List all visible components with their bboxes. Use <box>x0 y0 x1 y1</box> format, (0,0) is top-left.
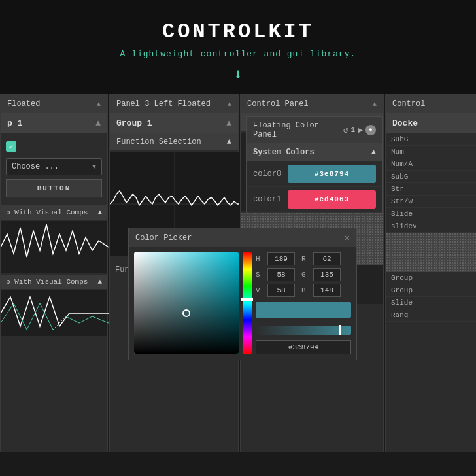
alpha-bar[interactable] <box>256 326 351 335</box>
r-input[interactable]: 62 <box>313 252 341 265</box>
cp-close-btn[interactable]: ✕ <box>345 232 350 243</box>
fcp-refresh-icon[interactable]: ↺ <box>343 125 348 135</box>
fcp-dot-btn[interactable]: ● <box>366 125 376 135</box>
cp-title: Color Picker <box>135 233 192 243</box>
app-subtitle: A lightweight controller and gui library… <box>0 49 476 59</box>
panel3-title: Control Panel <box>247 99 309 109</box>
b-input[interactable]: 148 <box>313 284 341 297</box>
checkbox-input[interactable] <box>6 141 16 152</box>
fcp-title: Floating Color Panel <box>253 121 343 139</box>
panel3-header: Control Panel ▲ <box>241 95 383 113</box>
h-label: H <box>256 255 265 263</box>
b-label: B <box>301 286 311 294</box>
choose-select-row: Choose ... ▼ <box>6 158 102 175</box>
color1-swatch[interactable]: #ed4063 <box>288 190 376 209</box>
num-slash-label: Num/A <box>391 160 413 168</box>
color-result-swatch <box>256 302 351 318</box>
color1-row: color1 #ed4063 <box>246 187 382 212</box>
system-colors-title: System Colors <box>253 148 314 157</box>
gradient-dark-overlay <box>134 252 239 354</box>
color1-value: #ed4063 <box>314 196 349 203</box>
panel4-dock-header: Docke <box>386 113 476 133</box>
color0-swatch[interactable]: #3e8794 <box>288 165 376 183</box>
r-label: R <box>301 255 311 263</box>
checkbox-row <box>6 139 102 154</box>
waveform2 <box>1 290 107 336</box>
panel2-group-header[interactable]: Group 1 ▲ <box>110 113 238 133</box>
s-label: S <box>256 271 265 279</box>
group-row2: Group <box>386 284 476 297</box>
panel1-group-label: p 1 <box>7 118 22 128</box>
rangev-row: Rang <box>386 309 476 322</box>
fcp-header: Floating Color Panel ↺ 1 ▶ ● <box>246 117 382 143</box>
panel-floated: Floated ▲ p 1 ▲ Choose ... ▼ BUTTON <box>0 94 108 452</box>
panel4-header: Control <box>386 95 476 113</box>
gradient-cursor <box>182 309 190 317</box>
choose-label: Choose ... <box>12 162 59 171</box>
panel4-title: Control <box>392 99 425 109</box>
slidev-row: slideV <box>386 220 476 233</box>
cp-header: Color Picker ✕ <box>129 228 356 247</box>
panel4-dock-label: Docke <box>392 118 418 128</box>
panel2-arrow-icon: ▲ <box>228 101 231 108</box>
group-row1: Group <box>386 272 476 284</box>
panel2-header: Panel 3 Left Floated ▲ <box>110 95 238 113</box>
panel1-group-header[interactable]: p 1 ▲ <box>1 113 107 133</box>
app-title: CONTROLKIT <box>0 20 476 44</box>
v-row: V 58 B 148 <box>256 284 351 297</box>
fcp-controls: ↺ 1 ▶ ● <box>343 125 376 135</box>
panel1-group-arrow-icon: ▲ <box>95 118 101 128</box>
hue-slider[interactable] <box>243 252 252 354</box>
floating-color-panel: Floating Color Panel ↺ 1 ▶ ● System Colo… <box>246 116 383 213</box>
panel4-noise-pixels <box>386 233 476 272</box>
strw-row: Str/w <box>386 196 476 208</box>
num-label: Num <box>391 148 404 156</box>
color-gradient-picker[interactable] <box>134 252 239 354</box>
h-input[interactable]: 189 <box>267 252 295 265</box>
slide-label2: Slide <box>391 299 413 307</box>
subg-row2: SubG <box>386 171 476 183</box>
fcp-counter: 1 <box>351 126 356 134</box>
color0-row: color0 #3e8794 <box>246 162 382 187</box>
str-row: Str <box>386 183 476 196</box>
hex-value[interactable]: #3e8794 <box>256 340 351 354</box>
g-input[interactable]: 135 <box>313 268 341 281</box>
docked-panel: Control Docke SubG Num Num/A SubG Str St… <box>385 94 476 452</box>
cp-body: H 189 R 62 S 58 G 135 V 58 B 148 # <box>129 247 356 360</box>
subg-label2: SubG <box>391 173 408 180</box>
alpha-handle <box>339 325 341 335</box>
panel2-group-label: Group 1 <box>116 118 152 128</box>
system-colors-arrow-icon: ▲ <box>371 148 376 157</box>
visual-comp2-arrow-icon: ▲ <box>97 278 102 286</box>
visual-comp2-label: p With Visual Comps <box>6 278 88 286</box>
panel1-arrow-icon: ▲ <box>97 101 101 108</box>
panel1-title: Floated <box>7 99 40 109</box>
system-colors-header: System Colors ▲ <box>246 143 382 162</box>
header-icon: ⬇ <box>0 65 476 84</box>
panel4-noise-box <box>386 233 476 272</box>
fcp-forward-icon[interactable]: ▶ <box>358 125 363 135</box>
visual-comp1-arrow-icon: ▲ <box>97 209 102 216</box>
panel2-title: Panel 3 Left Floated <box>116 99 211 109</box>
function-selection-label: Function Selection <box>116 137 201 146</box>
function-selection-arrow-icon: ▲ <box>227 137 231 146</box>
visual-comp1-label: p With Visual Comps <box>6 209 88 216</box>
rangev-label: Rang <box>391 311 408 319</box>
strw-label: Str/w <box>391 197 413 205</box>
v-input[interactable]: 58 <box>267 284 295 297</box>
s-row: S 58 G 135 <box>256 268 351 281</box>
panel3-arrow-icon: ▲ <box>373 101 377 108</box>
num-slash-row: Num/A <box>386 158 476 171</box>
choose-select[interactable]: Choose ... ▼ <box>6 158 102 175</box>
v-label: V <box>256 286 265 294</box>
waveform1 <box>1 221 107 273</box>
s-input[interactable]: 58 <box>267 268 295 281</box>
app-header: CONTROLKIT A lightweight controller and … <box>0 0 476 94</box>
h-row: H 189 R 62 <box>256 252 351 265</box>
color-picker-panel: Color Picker ✕ H 189 R 62 S 58 G 13 <box>128 228 357 360</box>
choose-arrow-icon: ▼ <box>92 163 96 171</box>
color0-value: #3e8794 <box>314 170 349 178</box>
ctrl-button[interactable]: BUTTON <box>6 179 102 197</box>
subg-row1: SubG <box>386 133 476 146</box>
hue-handle <box>241 298 253 301</box>
